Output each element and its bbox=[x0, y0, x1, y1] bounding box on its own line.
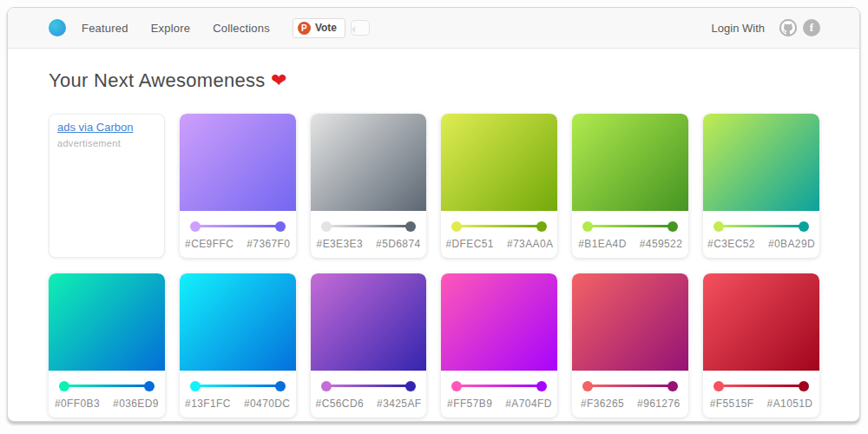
gradient-card[interactable]: #F5515F #A1051D bbox=[703, 273, 819, 418]
gradient-card-footer: #0FF0B3 #036ED9 bbox=[49, 371, 165, 418]
hex-codes: #C56CD6 #3425AF bbox=[321, 398, 417, 410]
gradient-card[interactable]: #13F1FC #0470DC bbox=[180, 273, 296, 418]
hex-codes: #FF57B9 #A704FD bbox=[451, 398, 547, 410]
gradient-card-footer: #E3E3E3 #5D6874 bbox=[311, 211, 427, 258]
hex-end: #459522 bbox=[640, 238, 683, 250]
gradient-tile[interactable] bbox=[703, 114, 819, 211]
gradient-slider bbox=[713, 381, 809, 391]
hex-end: #036ED9 bbox=[113, 398, 159, 410]
advertisement-label: advertisement bbox=[57, 138, 156, 148]
hex-start: #F5515F bbox=[710, 398, 754, 410]
page-title: Your Next Awesomeness ❤ bbox=[49, 69, 819, 92]
slider-track bbox=[330, 225, 408, 227]
facebook-icon[interactable]: f bbox=[803, 19, 820, 36]
gradient-card-footer: #FF57B9 #A704FD bbox=[441, 371, 557, 418]
gradient-card[interactable]: #0FF0B3 #036ED9 bbox=[49, 273, 165, 418]
gradient-tile[interactable] bbox=[49, 273, 165, 371]
slider-dot-end[interactable] bbox=[275, 221, 286, 232]
gradient-card-footer: #F36265 #961276 bbox=[572, 371, 688, 418]
hex-end: #A1051D bbox=[767, 398, 813, 410]
vote-label: Vote bbox=[315, 22, 337, 34]
slider-dot-end[interactable] bbox=[144, 381, 155, 391]
gradient-card[interactable]: #C3EC52 #0BA29D bbox=[703, 114, 819, 258]
hex-codes: #13F1FC #0470DC bbox=[190, 398, 286, 410]
gradient-card-footer: #C3EC52 #0BA29D bbox=[703, 211, 819, 258]
vote-count-bubble[interactable] bbox=[351, 20, 370, 36]
sparkling-heart-icon: ❤ bbox=[271, 69, 287, 91]
slider-track bbox=[199, 225, 277, 227]
main-content: Your Next Awesomeness ❤ ads via Carbon a… bbox=[8, 49, 859, 418]
gradient-tile[interactable] bbox=[180, 273, 296, 371]
gradient-card[interactable]: #CE9FFC #7367F0 bbox=[180, 114, 296, 258]
gradient-card[interactable]: #F36265 #961276 bbox=[572, 273, 688, 418]
slider-dot-end[interactable] bbox=[799, 221, 809, 232]
hex-codes: #C3EC52 #0BA29D bbox=[713, 238, 809, 250]
hex-end: #0BA29D bbox=[768, 238, 815, 250]
ads-via-carbon-link[interactable]: ads via Carbon bbox=[57, 121, 156, 134]
gradient-slider bbox=[190, 381, 286, 391]
hex-start: #13F1FC bbox=[185, 398, 231, 410]
gradient-card[interactable]: #C56CD6 #3425AF bbox=[311, 273, 427, 418]
slider-track bbox=[722, 385, 800, 387]
gradient-card[interactable]: #B1EA4D #459522 bbox=[572, 114, 688, 258]
gradient-tile[interactable] bbox=[703, 273, 819, 371]
slider-dot-end[interactable] bbox=[536, 381, 547, 391]
hex-start: #DFEC51 bbox=[445, 238, 494, 250]
hex-start: #C3EC52 bbox=[707, 238, 755, 250]
gradient-card-footer: #13F1FC #0470DC bbox=[180, 371, 296, 418]
gradient-grid: ads via Carbon advertisement #CE9FFC #73… bbox=[49, 114, 819, 418]
gradient-tile[interactable] bbox=[572, 114, 688, 211]
hex-end: #3425AF bbox=[377, 398, 422, 410]
gradient-slider bbox=[582, 381, 678, 391]
gradient-slider bbox=[321, 381, 417, 391]
gradient-card-footer: #DFEC51 #73AA0A bbox=[441, 211, 557, 258]
gradient-card-footer: #B1EA4D #459522 bbox=[572, 211, 688, 258]
product-hunt-vote-button[interactable]: P Vote bbox=[293, 18, 345, 38]
hex-start: #B1EA4D bbox=[578, 238, 627, 250]
hex-end: #0470DC bbox=[244, 398, 291, 410]
slider-track bbox=[199, 385, 277, 387]
gradient-slider bbox=[582, 221, 678, 232]
nav-item-featured[interactable]: Featured bbox=[82, 22, 128, 35]
github-icon[interactable] bbox=[779, 19, 797, 36]
page-title-text: Your Next Awesomeness bbox=[49, 69, 266, 91]
hex-codes: #0FF0B3 #036ED9 bbox=[59, 398, 155, 410]
slider-dot-end[interactable] bbox=[667, 381, 678, 391]
slider-dot-end[interactable] bbox=[405, 221, 416, 232]
slider-dot-end[interactable] bbox=[667, 221, 678, 232]
gradient-card-footer: #F5515F #A1051D bbox=[703, 371, 819, 418]
gradient-tile[interactable] bbox=[572, 273, 688, 371]
slider-dot-end[interactable] bbox=[275, 381, 286, 391]
hex-codes: #F36265 #961276 bbox=[582, 398, 678, 410]
gradient-card-footer: #C56CD6 #3425AF bbox=[311, 371, 427, 418]
slider-dot-end[interactable] bbox=[536, 221, 547, 232]
slider-track bbox=[460, 385, 538, 387]
hex-end: #73AA0A bbox=[507, 238, 554, 250]
hex-codes: #F5515F #A1051D bbox=[713, 398, 809, 410]
app-window: Featured Explore Collections P Vote Logi… bbox=[7, 7, 860, 422]
hex-codes: #CE9FFC #7367F0 bbox=[190, 238, 286, 250]
gradient-tile[interactable] bbox=[180, 114, 296, 211]
hex-start: #FF57B9 bbox=[447, 398, 492, 410]
slider-track bbox=[460, 225, 538, 227]
gradient-tile[interactable] bbox=[311, 114, 427, 211]
gradient-tile[interactable] bbox=[441, 114, 557, 211]
gradient-tile[interactable] bbox=[441, 273, 557, 371]
hex-codes: #DFEC51 #73AA0A bbox=[451, 238, 547, 250]
login-with-label: Login With bbox=[712, 22, 765, 35]
gradient-tile[interactable] bbox=[311, 273, 427, 371]
gradient-slider bbox=[451, 221, 547, 232]
slider-dot-end[interactable] bbox=[405, 381, 416, 391]
slider-dot-end[interactable] bbox=[799, 381, 809, 391]
gradient-card[interactable]: #E3E3E3 #5D6874 bbox=[311, 114, 427, 258]
hex-end: #5D6874 bbox=[376, 238, 421, 250]
slider-track bbox=[591, 385, 669, 387]
slider-track bbox=[68, 385, 146, 387]
nav-item-explore[interactable]: Explore bbox=[151, 22, 190, 35]
gradient-card[interactable]: #FF57B9 #A704FD bbox=[441, 273, 557, 418]
hex-start: #CE9FFC bbox=[185, 238, 233, 250]
gradient-card[interactable]: #DFEC51 #73AA0A bbox=[441, 114, 557, 258]
nav-item-collections[interactable]: Collections bbox=[213, 22, 270, 35]
site-logo-icon[interactable] bbox=[49, 19, 66, 36]
hex-end: #A704FD bbox=[505, 398, 552, 410]
